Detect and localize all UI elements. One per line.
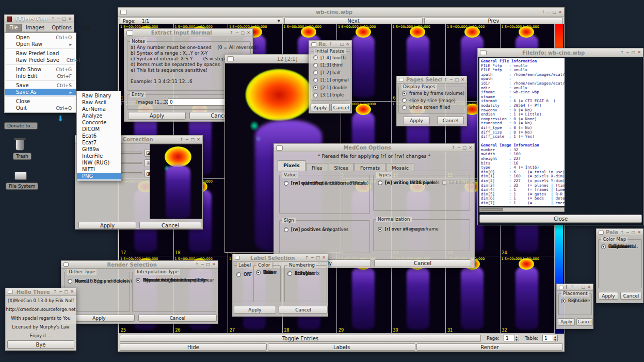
shade-button[interactable]: ↑: [620, 50, 624, 55]
shade-button[interactable]: ↑: [230, 30, 233, 36]
shade-button[interactable]: ↑: [51, 17, 55, 22]
prev-button[interactable]: Prev: [424, 18, 563, 24]
radio-option[interactable]: [1:1] original: [313, 77, 348, 83]
submenu-item[interactable]: NIFTI: [77, 166, 121, 173]
submenu-item[interactable]: Ecat6: [77, 133, 121, 139]
cancel-button[interactable]: Cancel: [138, 315, 217, 322]
close-button[interactable]: ✕: [322, 255, 326, 260]
page-spinner[interactable]: 1 ▲▼: [504, 335, 519, 341]
window-menu-icon[interactable]: [126, 30, 133, 36]
minimize-button[interactable]: −: [59, 289, 62, 294]
shade-button[interactable]: ↑: [541, 10, 545, 15]
minimize-button[interactable]: −: [235, 30, 239, 36]
window-menu-icon[interactable]: [276, 145, 283, 151]
maximize-button[interactable]: □: [582, 285, 586, 290]
radio-option[interactable]: Right side: [561, 298, 592, 303]
radio-option[interactable]: whole screen filled: [402, 105, 462, 110]
radio-option[interactable]: LUT loaded ...: [601, 244, 642, 249]
maximize-button[interactable]: □: [316, 255, 320, 260]
close-button[interactable]: Close: [479, 215, 642, 223]
placement-titlebar[interactable]: I ↑−□✕: [557, 284, 593, 291]
close-button[interactable]: ✕: [637, 230, 641, 235]
window-menu-icon[interactable]: [559, 286, 564, 289]
menu-item-quit[interactable]: QuitCtrl+Q: [5, 105, 76, 111]
minimize-button[interactable]: −: [626, 230, 630, 235]
menu-item-close[interactable]: Close: [5, 98, 76, 105]
radio-option[interactable]: [1:4] fourth: [313, 55, 348, 60]
radio-option[interactable]: [rw] quantified & calibrated (floats): [284, 180, 369, 186]
viewer-titlebar[interactable]: wb-cine.wbp ↑−□✕: [118, 8, 564, 17]
minimize-button[interactable]: −: [457, 145, 461, 151]
submenu-item[interactable]: Gif89a: [77, 146, 121, 153]
pages-titlebar[interactable]: Pages Selection ↑−□✕: [397, 76, 466, 84]
toggle-entries-button[interactable]: Toggle Entries: [120, 335, 481, 342]
radio-option[interactable]: Yellow: [256, 270, 281, 275]
window-menu-icon[interactable]: [63, 262, 69, 267]
minimize-button[interactable]: −: [449, 77, 453, 83]
spinner-arrows-icon[interactable]: ▲▼: [553, 335, 557, 341]
menu-item-raw-predef-save[interactable]: Raw Predef SaveCtrl+I: [5, 57, 76, 63]
submenu-item[interactable]: InterFile: [77, 153, 121, 159]
cancel-button[interactable]: Cancel: [374, 259, 471, 267]
submenu-item[interactable]: AcrNema: [77, 106, 121, 112]
apply-button[interactable]: Apply: [558, 318, 575, 326]
close-button[interactable]: ✕: [68, 17, 72, 22]
tab-slices[interactable]: Slices: [329, 163, 354, 171]
menubar-item[interactable]: File: [6, 24, 22, 31]
window-menu-icon[interactable]: [311, 42, 316, 46]
minimize-button[interactable]: −: [626, 50, 630, 55]
submenu-item[interactable]: Analyze: [77, 112, 121, 119]
tab-pixels[interactable]: Pixels: [278, 160, 305, 171]
tab-formats[interactable]: Formats: [355, 163, 385, 171]
page-dropdown[interactable]: Page: 1/1 ▼: [120, 18, 283, 24]
checkbox-icon[interactable]: [442, 180, 446, 185]
close-button[interactable]: ✕: [469, 145, 472, 151]
radio-option[interactable]: slice by slice (image): [402, 98, 462, 103]
resize-titlebar[interactable]: Re... ↑−□✕: [309, 41, 351, 48]
radio-option[interactable]: [2:1] double: [313, 85, 348, 90]
cancel-button[interactable]: Cancel: [576, 318, 593, 326]
shade-button[interactable]: ↑: [53, 289, 57, 294]
close-button[interactable]: ✕: [346, 42, 349, 47]
desktop-icon-donate[interactable]: Donate to...: [4, 122, 38, 129]
maximize-button[interactable]: □: [463, 145, 467, 151]
maximize-button[interactable]: □: [65, 289, 69, 294]
apply-button[interactable]: Apply: [311, 104, 330, 111]
shade-button[interactable]: ↑: [329, 42, 332, 47]
shade-button[interactable]: ↑: [570, 285, 574, 290]
shade-button[interactable]: ↑: [180, 137, 183, 142]
minimize-button[interactable]: −: [334, 42, 338, 47]
apply-button[interactable]: Apply: [599, 292, 618, 300]
shade-button[interactable]: ↑: [195, 262, 199, 267]
menu-item-raw-predef-load[interactable]: Raw Predef Load: [5, 50, 76, 57]
menubar-item[interactable]: Options: [49, 24, 75, 31]
menu-item-save[interactable]: SaveCtrl+S: [5, 82, 76, 89]
minimize-button[interactable]: −: [547, 10, 551, 15]
maximize-button[interactable]: □: [241, 30, 245, 36]
menu-item-info-show[interactable]: Info ShowCtrl+G: [5, 66, 76, 73]
desktop-icon-trash[interactable]: Trash: [13, 153, 31, 160]
submenu-item[interactable]: PNG: [77, 173, 121, 179]
close-button[interactable]: ✕: [197, 137, 200, 142]
palette-titlebar[interactable]: Pale ↑−□✕: [597, 229, 643, 236]
window-menu-icon[interactable]: [227, 56, 234, 61]
menubar-item[interactable]: Help: [76, 24, 94, 31]
hide-button[interactable]: Hide: [120, 343, 267, 351]
tab-mosaic[interactable]: Mosaic: [386, 163, 414, 171]
minimize-button[interactable]: −: [311, 255, 314, 260]
submenu-item[interactable]: Ecat7: [77, 139, 121, 146]
radio-option[interactable]: Ecat/Matrix: [287, 271, 327, 276]
desktop-icon-filesystem[interactable]: File System: [6, 183, 38, 190]
fileinfo-text-panel[interactable]: General File Information FILE *ifp : <nu…: [479, 58, 565, 206]
medcon-titlebar[interactable]: MedCon Options ↑−□✕: [274, 144, 474, 152]
shade-button[interactable]: ↑: [305, 255, 309, 260]
menu-item-open-raw[interactable]: Open Raw▸: [5, 41, 76, 47]
submenu-item[interactable]: Raw Binary: [77, 92, 121, 99]
shade-button[interactable]: ↑: [620, 230, 624, 235]
window-menu-icon[interactable]: [399, 78, 404, 82]
minimize-button[interactable]: −: [576, 285, 579, 290]
filesystem-icon[interactable]: [14, 172, 27, 180]
apply-button[interactable]: Apply: [234, 306, 276, 314]
radio-option[interactable]: [1:3] third: [313, 62, 348, 68]
labels-button[interactable]: Labels: [268, 343, 415, 351]
